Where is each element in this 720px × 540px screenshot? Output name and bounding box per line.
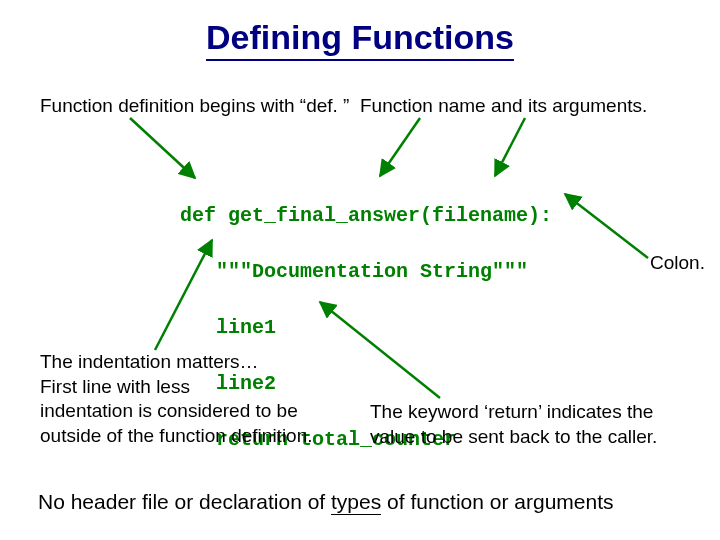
label-indentation: The indentation matters… First line with… [40,350,350,449]
arrow-colon [565,194,648,258]
arrow-args [495,118,525,176]
code-line-2: """Documentation String""" [180,258,552,286]
code-line-3: line1 [180,314,552,342]
label-return: The keyword ‘return’ indicates the value… [370,400,700,449]
slide-title: Defining Functions [206,18,514,61]
label-def-begins: Function definition begins with “def. ” [40,94,349,119]
label-name-args: Function name and its arguments. [360,94,647,119]
arrow-def [130,118,195,178]
footer-note: No header file or declaration of types o… [38,490,614,514]
slide-title-wrap: Defining Functions [0,18,720,61]
arrow-name [380,118,420,176]
label-colon: Colon. [650,252,705,274]
footer-pre: No header file or declaration of [38,490,331,513]
footer-post: of function or arguments [381,490,613,513]
code-line-1: def get_final_answer(filename): [180,202,552,230]
footer-underline: types [331,490,381,515]
